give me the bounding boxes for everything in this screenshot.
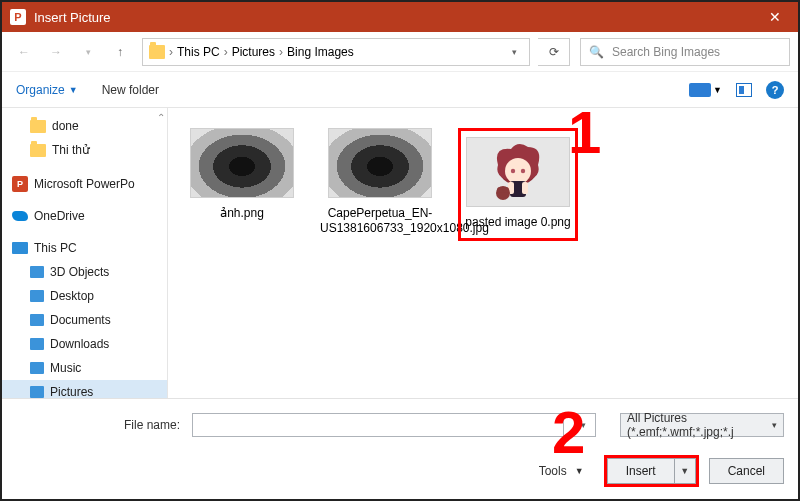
insert-label: Insert xyxy=(608,459,675,483)
device-icon xyxy=(30,290,44,302)
tree-label: 3D Objects xyxy=(50,265,109,279)
file-thumbnail xyxy=(190,128,294,198)
chevron-down-icon: ▼ xyxy=(575,466,584,476)
app-icon: P xyxy=(10,9,26,25)
new-folder-button[interactable]: New folder xyxy=(102,83,159,97)
chevron-right-icon[interactable]: › xyxy=(279,45,283,59)
chevron-down-icon: ▼ xyxy=(69,85,78,95)
chevron-right-icon[interactable]: › xyxy=(224,45,228,59)
close-icon[interactable]: ✕ xyxy=(752,2,798,32)
insert-dropdown[interactable]: ▼ xyxy=(675,466,695,476)
folder-icon xyxy=(149,45,165,59)
tree-label: Pictures xyxy=(50,385,93,398)
thumbnail-icon xyxy=(689,83,711,97)
search-input[interactable]: 🔍 Search Bing Images xyxy=(580,38,790,66)
tree-label: Music xyxy=(50,361,81,375)
organize-menu[interactable]: Organize ▼ xyxy=(16,83,78,97)
annotation-1: 1 xyxy=(568,98,601,167)
recent-dropdown[interactable]: ▾ xyxy=(74,38,102,66)
annotation-2: 2 xyxy=(552,398,585,467)
file-item-selected[interactable]: pasted image 0.png xyxy=(458,128,578,241)
view-mode-button[interactable]: ▼ xyxy=(689,83,722,97)
cancel-button[interactable]: Cancel xyxy=(709,458,784,484)
device-icon xyxy=(30,386,44,398)
splitter-icon[interactable]: ⌃ xyxy=(157,112,165,123)
svg-rect-6 xyxy=(522,182,528,194)
svg-point-3 xyxy=(521,169,525,173)
filename-input[interactable] xyxy=(192,413,564,437)
forward-button[interactable]: → xyxy=(42,38,70,66)
folder-icon xyxy=(30,144,46,157)
device-icon xyxy=(30,266,44,278)
tree-label: Documents xyxy=(50,313,111,327)
file-thumbnail xyxy=(466,137,570,207)
up-button[interactable]: ↑ xyxy=(106,38,134,66)
refresh-button[interactable]: ⟳ xyxy=(538,38,570,66)
tree-onedrive[interactable]: OneDrive xyxy=(2,204,167,228)
nav-tree: ⌃ done Thi thử PMicrosoft PowerPo OneDri… xyxy=(2,108,168,398)
file-item[interactable]: CapePerpetua_EN-US1381606733_1920x1080.j… xyxy=(320,128,440,236)
chevron-down-icon[interactable]: ▾ xyxy=(506,47,523,57)
folder-icon xyxy=(30,120,46,133)
breadcrumb-item[interactable]: This PC xyxy=(177,45,220,59)
chevron-down-icon: ▾ xyxy=(772,420,777,430)
file-item[interactable]: ảnh.png xyxy=(182,128,302,221)
filter-label: All Pictures (*.emf;*.wmf;*.jpg;*.j xyxy=(627,411,768,439)
tree-folder[interactable]: Thi thử xyxy=(2,138,167,162)
file-type-filter[interactable]: All Pictures (*.emf;*.wmf;*.jpg;*.j ▾ xyxy=(620,413,784,437)
file-list: ảnh.png CapePerpetua_EN-US1381606733_192… xyxy=(168,108,798,398)
file-name: CapePerpetua_EN-US1381606733_1920x1080.j… xyxy=(320,206,440,236)
chevron-down-icon: ▼ xyxy=(713,85,722,95)
svg-point-1 xyxy=(505,158,531,184)
tree-device[interactable]: Music xyxy=(2,356,167,380)
file-name: ảnh.png xyxy=(182,206,302,221)
powerpoint-icon: P xyxy=(12,176,28,192)
file-name: pasted image 0.png xyxy=(463,215,573,230)
search-icon: 🔍 xyxy=(589,45,604,59)
organize-label: Organize xyxy=(16,83,65,97)
device-icon xyxy=(30,338,44,350)
insert-button[interactable]: Insert ▼ xyxy=(607,458,696,484)
tree-device[interactable]: 3D Objects xyxy=(2,260,167,284)
preview-pane-button[interactable] xyxy=(736,83,752,97)
help-icon[interactable]: ? xyxy=(766,81,784,99)
tree-device[interactable]: Documents xyxy=(2,308,167,332)
filename-label: File name: xyxy=(16,418,184,432)
insert-highlight: Insert ▼ xyxy=(604,455,699,487)
tree-label: Desktop xyxy=(50,289,94,303)
tree-label: Thi thử xyxy=(52,143,90,157)
svg-point-9 xyxy=(503,187,509,193)
tree-powerpoint[interactable]: PMicrosoft PowerPo xyxy=(2,172,167,196)
tree-label: Microsoft PowerPo xyxy=(34,177,135,191)
anime-chibi-icon xyxy=(483,137,553,207)
tree-device[interactable]: Desktop xyxy=(2,284,167,308)
tree-folder[interactable]: done xyxy=(2,114,167,138)
tree-device[interactable]: Pictures xyxy=(2,380,167,398)
tree-thispc[interactable]: This PC xyxy=(2,236,167,260)
window-title: Insert Picture xyxy=(34,10,752,25)
tree-label: Downloads xyxy=(50,337,109,351)
device-icon xyxy=(30,362,44,374)
breadcrumb-item[interactable]: Pictures xyxy=(232,45,275,59)
svg-point-8 xyxy=(497,187,503,193)
breadcrumb[interactable]: › This PC › Pictures › Bing Images ▾ xyxy=(142,38,530,66)
tree-label: done xyxy=(52,119,79,133)
pc-icon xyxy=(12,242,28,254)
svg-point-2 xyxy=(511,169,515,173)
chevron-right-icon[interactable]: › xyxy=(169,45,173,59)
back-button[interactable]: ← xyxy=(10,38,38,66)
file-thumbnail xyxy=(328,128,432,198)
search-placeholder: Search Bing Images xyxy=(612,45,720,59)
tree-label: This PC xyxy=(34,241,77,255)
tree-device[interactable]: Downloads xyxy=(2,332,167,356)
onedrive-icon xyxy=(12,211,28,221)
device-icon xyxy=(30,314,44,326)
tree-label: OneDrive xyxy=(34,209,85,223)
breadcrumb-item[interactable]: Bing Images xyxy=(287,45,354,59)
